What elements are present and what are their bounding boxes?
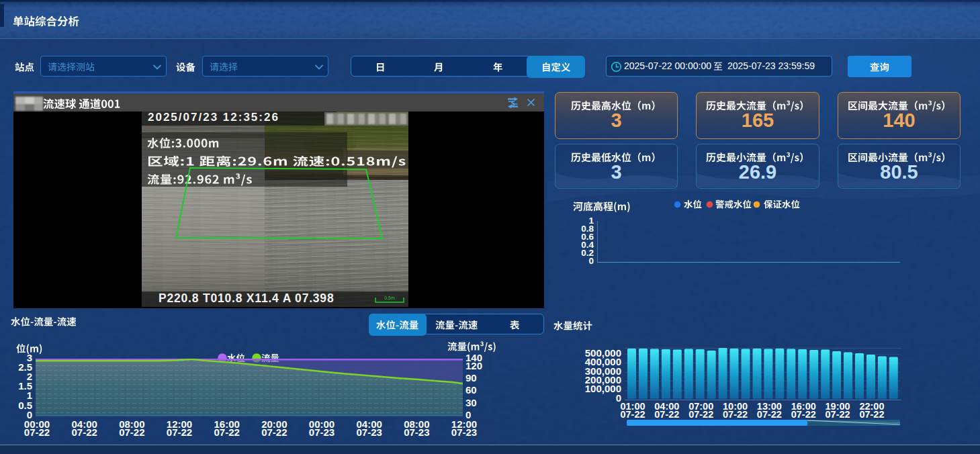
svg-text:0.5m: 0.5m [384,296,395,300]
